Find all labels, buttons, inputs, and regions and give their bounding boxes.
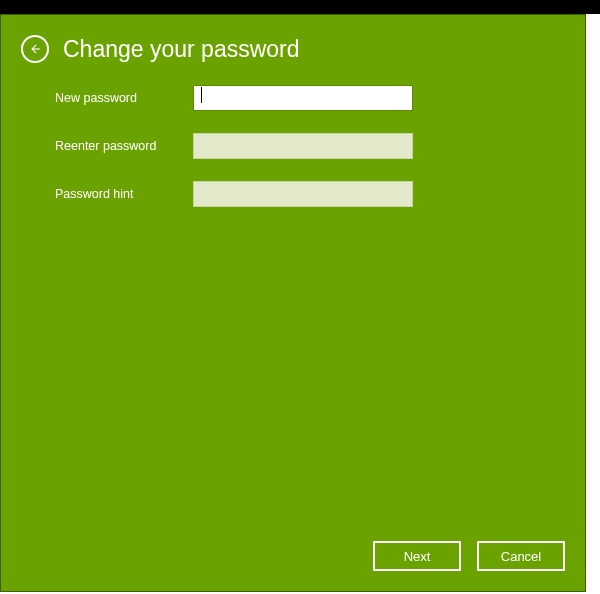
next-button[interactable]: Next [373, 541, 461, 571]
back-button[interactable] [21, 35, 49, 63]
label-reenter-password: Reenter password [55, 139, 193, 153]
label-password-hint: Password hint [55, 187, 193, 201]
button-bar: Next Cancel [373, 541, 565, 571]
reenter-password-input[interactable] [193, 133, 413, 159]
new-password-input[interactable] [193, 85, 413, 111]
row-reenter-password: Reenter password [55, 133, 585, 159]
header: Change your password [1, 15, 585, 63]
password-form: New password Reenter password Password h… [1, 85, 585, 207]
change-password-panel: Change your password New password Reente… [0, 14, 586, 592]
row-new-password: New password [55, 85, 585, 111]
label-new-password: New password [55, 91, 193, 105]
row-password-hint: Password hint [55, 181, 585, 207]
window-top-border [0, 0, 600, 14]
cancel-button[interactable]: Cancel [477, 541, 565, 571]
text-cursor [201, 87, 202, 103]
page-title: Change your password [63, 36, 300, 63]
arrow-left-icon [28, 42, 42, 56]
password-hint-input[interactable] [193, 181, 413, 207]
